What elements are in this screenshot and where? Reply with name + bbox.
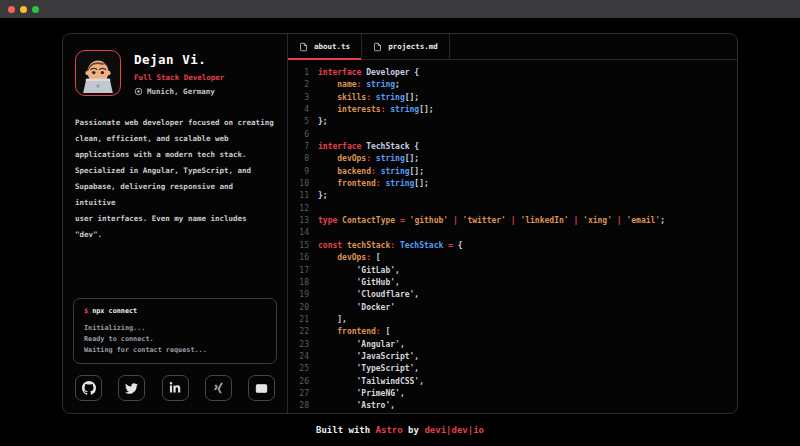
- line-number: 7: [296, 141, 309, 153]
- portfolio-card: Dejan Vi. Full Stack Developer Munich, G…: [62, 33, 738, 414]
- code-token: [: [371, 252, 381, 264]
- minimize-window-button[interactable]: [20, 6, 27, 13]
- line-number: 11: [296, 190, 309, 202]
- profile-panel: Dejan Vi. Full Stack Developer Munich, G…: [63, 34, 288, 413]
- code-token: devOps: [337, 252, 366, 264]
- code-token: ,: [414, 351, 419, 363]
- tab-label: about.ts: [314, 42, 350, 51]
- code-token: ,: [390, 400, 395, 412]
- code-token: [318, 376, 357, 388]
- footer: Built with Astro by devi|dev|io: [0, 414, 800, 446]
- email-button[interactable]: [248, 375, 275, 401]
- code-line: 25 'TypeScript',: [296, 363, 737, 375]
- code-token: string: [381, 166, 410, 178]
- line-number: 22: [296, 326, 309, 338]
- code-line: 21 ],: [296, 314, 737, 326]
- code-token: [318, 265, 357, 277]
- code-token: [318, 79, 337, 91]
- line-number: 18: [296, 277, 309, 289]
- linkedin-button[interactable]: [162, 375, 189, 401]
- profile-bio: Passionate web developer focused on crea…: [73, 115, 277, 243]
- location-icon: [134, 87, 143, 96]
- close-window-button[interactable]: [8, 6, 15, 13]
- code-token: [318, 363, 357, 375]
- code-token: 'JavaScript': [357, 351, 415, 363]
- code-token: ,: [395, 265, 400, 277]
- code-token: 'xing': [583, 215, 612, 227]
- code-token: 'Astro': [357, 400, 391, 412]
- code-token: [];: [410, 166, 424, 178]
- code-token: string: [366, 79, 395, 91]
- tab-bar: about.ts projects.md: [288, 34, 737, 60]
- code-token: 'Docker': [357, 302, 396, 314]
- maximize-window-button[interactable]: [32, 6, 39, 13]
- code-token: 'email': [626, 215, 660, 227]
- twitter-button[interactable]: [118, 375, 145, 401]
- code-token: frontend: [337, 178, 376, 190]
- file-icon: [373, 42, 382, 52]
- code-token: 'PrimeNG': [357, 388, 400, 400]
- code-token: [318, 388, 357, 400]
- spacer: [73, 243, 277, 298]
- file-icon: [299, 42, 308, 52]
- code-line: 24 'JavaScript',: [296, 351, 737, 363]
- code-token: [318, 400, 357, 412]
- profile-role: Full Stack Developer: [134, 73, 224, 82]
- line-number: 5: [296, 116, 309, 128]
- code-token: [318, 104, 337, 116]
- code-token: 'Cloudflare': [357, 289, 415, 301]
- code-line: 17 'GitLab',: [296, 265, 737, 277]
- titlebar: [0, 0, 800, 18]
- xing-button[interactable]: [205, 375, 232, 401]
- code-line: 5};: [296, 116, 737, 128]
- line-number: 25: [296, 363, 309, 375]
- code-token: ,: [419, 376, 424, 388]
- profile-header: Dejan Vi. Full Stack Developer Munich, G…: [73, 50, 277, 96]
- code-token: Developer: [366, 67, 414, 79]
- line-number: 4: [296, 104, 309, 116]
- code-token: [];: [419, 104, 433, 116]
- site-link[interactable]: devi|dev|io: [424, 425, 484, 435]
- code-token: {: [414, 141, 419, 153]
- profile-location: Munich, Germany: [134, 87, 224, 96]
- tab-about-ts[interactable]: about.ts: [288, 34, 362, 59]
- code-token: devOps: [337, 153, 366, 165]
- footer-connector: by: [403, 425, 425, 435]
- line-number: 9: [296, 166, 309, 178]
- code-token: backend: [337, 166, 371, 178]
- code-line: 6: [296, 129, 737, 141]
- code-token: 'linkedIn': [520, 215, 568, 227]
- code-token: frontend: [337, 326, 376, 338]
- code-line: 3 skills: string[];: [296, 92, 737, 104]
- line-number: 8: [296, 153, 309, 165]
- twitter-icon: [125, 382, 138, 395]
- code-token: ,: [400, 339, 405, 351]
- page-background: Dejan Vi. Full Stack Developer Munich, G…: [0, 18, 800, 414]
- profile-identity: Dejan Vi. Full Stack Developer Munich, G…: [134, 50, 224, 96]
- code-token: [318, 339, 357, 351]
- code-token: ;: [660, 215, 665, 227]
- tab-projects-md[interactable]: projects.md: [362, 34, 450, 59]
- footer-prefix: Built with: [316, 425, 376, 435]
- line-number: 12: [296, 203, 309, 215]
- github-button[interactable]: [75, 375, 102, 401]
- code-token: {: [414, 67, 419, 79]
- line-number: 20: [296, 302, 309, 314]
- code-line: 7interface TechStack {: [296, 141, 737, 153]
- code-token: };: [318, 116, 328, 128]
- line-number: 17: [296, 265, 309, 277]
- code-token: [318, 252, 337, 264]
- code-token: name: [337, 79, 356, 91]
- astro-link[interactable]: Astro: [376, 425, 403, 435]
- code-line: 9 backend: string[];: [296, 166, 737, 178]
- code-token: string: [390, 104, 419, 116]
- code-line: 13type ContactType = 'github' | 'twitter…: [296, 215, 737, 227]
- code-token: [];: [405, 92, 419, 104]
- code-line: 8 devOps: string[];: [296, 153, 737, 165]
- code-line: 26 'TailwindCSS',: [296, 376, 737, 388]
- code-token: TechStack: [366, 141, 414, 153]
- code-token: [318, 153, 337, 165]
- code-token: 'GitLab': [357, 265, 396, 277]
- terminal-command-line: $ npx connect: [84, 307, 266, 315]
- profile-name: Dejan Vi.: [134, 52, 224, 67]
